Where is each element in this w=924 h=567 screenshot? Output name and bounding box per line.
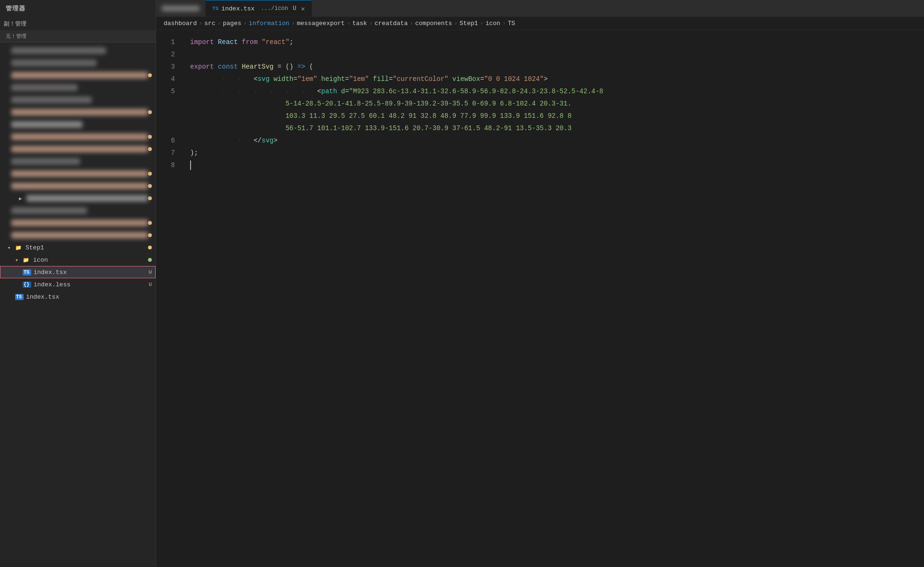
blurred-label <box>11 109 148 115</box>
breadcrumb-components[interactable]: components <box>415 20 452 27</box>
ts-file-icon: TS <box>23 269 31 275</box>
token-viewbox-val: "0 0 1024 1024" <box>484 73 544 85</box>
breadcrumb-src[interactable]: src <box>204 20 215 27</box>
blurred-label <box>11 133 148 140</box>
tab-filename: index.tsx <box>221 5 254 12</box>
badge-orange <box>148 184 152 188</box>
folder-icon-label: icon <box>33 257 148 264</box>
code-line-6: · · · · </ svg > <box>190 134 924 147</box>
tree-item-blurred-sub[interactable]: ▶ <box>0 192 156 204</box>
breadcrumb-dashboard[interactable]: dashboard <box>164 20 197 27</box>
tree-item-icon-folder[interactable]: ▾ 📁 icon <box>0 254 156 266</box>
line-num-7: 7 <box>156 147 175 159</box>
blurred-label <box>11 232 148 239</box>
blurred-label <box>11 84 78 91</box>
tree-item-index-tsx[interactable]: TS index.tsx U <box>0 266 156 278</box>
badge-orange <box>148 147 152 151</box>
blurred-tab-label <box>162 6 200 11</box>
token-path-tag: path <box>321 85 337 97</box>
token-path-val-4: 56-51.7 101.1-102.7 133.9-151.6 20.7-30.… <box>286 122 572 134</box>
arrow-icon: ▶ <box>19 195 26 202</box>
tabs-bar: TS index.tsx .../icon U ✕ <box>156 0 924 17</box>
tree-item-index-less[interactable]: {} index.less U <box>0 278 156 291</box>
tree-item-blurred-3[interactable] <box>0 69 156 81</box>
blurred-label <box>11 158 80 165</box>
code-line-5a: 5-14-28.5-20.1-41.8-25.5-89.9-39-139.2-3… <box>190 97 924 110</box>
chevron-down-icon: ▾ <box>8 245 15 251</box>
code-line-5c: 56-51.7 101.1-102.7 133.9-151.6 20.7-30.… <box>190 122 924 134</box>
blurred-label <box>11 121 82 128</box>
sidebar-title: 管理器 <box>0 0 156 17</box>
badge-orange <box>148 233 152 237</box>
token-viewbox-attr: viewBox <box>453 73 480 85</box>
tree-item-blurred-10[interactable] <box>0 155 156 168</box>
chevron-down-icon-2: ▾ <box>15 257 23 263</box>
blurred-label <box>11 207 87 214</box>
tree-item-blurred-4[interactable] <box>0 81 156 94</box>
token-1em-val: "1em" <box>297 73 317 85</box>
tree-item-blurred-9[interactable] <box>0 143 156 155</box>
file-step1-index-tsx-label: index.tsx <box>26 293 152 301</box>
tree-item-blurred-15[interactable] <box>0 229 156 241</box>
badge-orange-step1 <box>148 246 152 249</box>
tree-item-blurred-7[interactable] <box>0 118 156 131</box>
breadcrumb-step1[interactable]: Step1 <box>460 20 478 27</box>
badge-orange <box>148 172 152 176</box>
breadcrumb-creatdata[interactable]: creatdata <box>375 20 408 27</box>
tree-item-blurred-11[interactable] <box>0 168 156 180</box>
blurred-label <box>11 220 148 226</box>
tab-index-tsx[interactable]: TS index.tsx .../icon U ✕ <box>206 0 312 17</box>
breadcrumb-ts: TS <box>508 20 515 27</box>
tree-item-blurred-6[interactable] <box>0 106 156 118</box>
breadcrumb-information[interactable]: information <box>249 20 289 27</box>
line-num-5: 5 <box>156 85 175 97</box>
tab-ts-badge: TS <box>212 6 218 11</box>
line-num-1: 1 <box>156 36 175 48</box>
tree-item-blurred-13[interactable] <box>0 204 156 217</box>
code-editor[interactable]: 1 2 3 4 5 6 7 8 import React from "react… <box>156 30 924 567</box>
tree-item-blurred-1[interactable] <box>0 44 156 57</box>
breadcrumb-task[interactable]: task <box>352 20 367 27</box>
tree-item-blurred-5[interactable] <box>0 94 156 106</box>
line-num-blank-2 <box>156 110 175 122</box>
tree-item-blurred-12[interactable] <box>0 180 156 192</box>
token-heartsvg: HeartSvg <box>242 61 273 73</box>
breadcrumb-pages[interactable]: pages <box>223 20 241 27</box>
badge-orange <box>148 73 152 77</box>
token-1em-height: "1em" <box>349 73 369 85</box>
code-line-5: · · · · · · · · < path d = "M923 283.6c-… <box>190 85 924 97</box>
line-num-4: 4 <box>156 73 175 85</box>
badge-orange <box>148 110 152 114</box>
token-react-str: "react" <box>262 36 289 48</box>
line-num-8: 8 <box>156 159 175 171</box>
code-line-4: · · · · < svg width = "1em" height = "1e… <box>190 73 924 85</box>
token-react: React <box>218 36 238 48</box>
badge-orange <box>148 135 152 139</box>
breadcrumb-icon[interactable]: icon <box>486 20 500 27</box>
sidebar: 管理器 副！管理 元！管理 <box>0 0 156 567</box>
code-line-1: import React from "react" ; <box>190 36 924 48</box>
file-tree: ▶ ▾ 📁 Step1 ▾ 📁 <box>0 43 156 567</box>
tab-close-button[interactable]: ✕ <box>301 5 305 13</box>
token-svg-close: svg <box>262 134 273 147</box>
line-num-blank-3 <box>156 122 175 134</box>
token-from: from <box>242 36 258 48</box>
breadcrumb: dashboard › src › pages › information › … <box>156 17 924 30</box>
less-file-icon: {} <box>23 282 31 288</box>
tree-item-blurred-14[interactable] <box>0 217 156 229</box>
token-fill-attr: fill <box>373 73 389 85</box>
line-num-blank-1 <box>156 97 175 110</box>
sidebar-section-header[interactable]: 副！管理 <box>0 17 156 30</box>
token-import: import <box>190 36 214 48</box>
tree-item-blurred-8[interactable] <box>0 131 156 143</box>
breadcrumb-messageexport[interactable]: messageexport <box>297 20 345 27</box>
token-path-val-3: 103.3 11.3 29.5 27.5 60.1 48.2 91 32.8 4… <box>286 110 572 122</box>
token-height-attr: height <box>321 73 345 85</box>
code-content[interactable]: import React from "react" ; export const… <box>183 30 924 567</box>
tree-item-blurred-2[interactable] <box>0 57 156 69</box>
folder-icon-2: 📁 <box>23 257 31 263</box>
tab-previous[interactable] <box>156 0 206 17</box>
line-num-6: 6 <box>156 134 175 147</box>
tree-item-step1-index-tsx[interactable]: TS index.tsx <box>0 291 156 303</box>
tree-item-step1[interactable]: ▾ 📁 Step1 <box>0 241 156 254</box>
